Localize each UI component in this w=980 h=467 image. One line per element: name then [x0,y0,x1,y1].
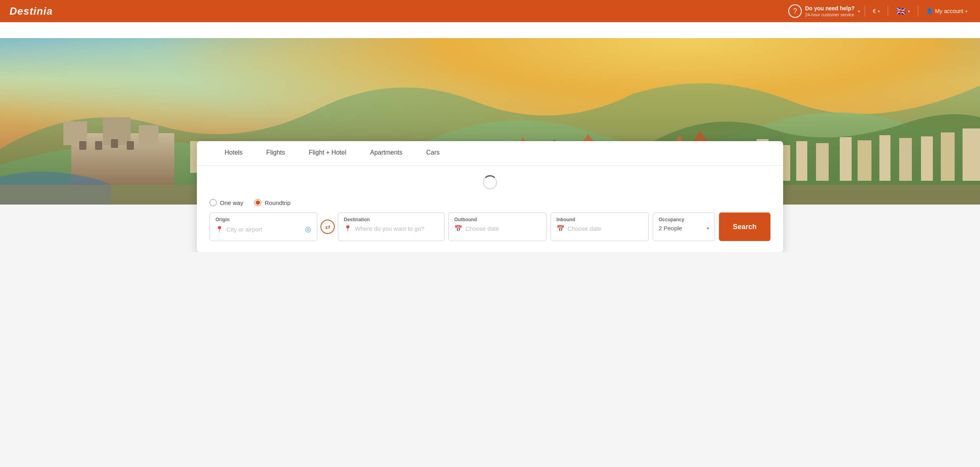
currency-selector[interactable]: € ▾ [870,6,883,16]
account-user-icon: 👤 [926,8,933,14]
tab-flights[interactable]: Flights [254,141,297,165]
occupancy-field-group: Occupancy 1 Person 2 People 3 People 4 P… [653,212,715,241]
tab-flight-hotel[interactable]: Flight + Hotel [297,141,358,165]
flag-icon: 🇬🇧 [896,6,906,16]
occupancy-chevron-icon: ▾ [707,226,709,231]
inbound-calendar-icon: 📅 [557,225,564,232]
destination-input-row: 📍 [344,225,439,232]
origin-label: Origin [215,217,311,222]
outbound-label: Outbound [454,217,541,222]
currency-symbol: € [873,8,876,14]
one-way-radio[interactable] [210,199,217,206]
search-card-wrapper: Hotels Flights Flight + Hotel Apartments… [0,141,980,252]
subnav-gap [0,22,980,38]
tab-hotels[interactable]: Hotels [213,141,254,165]
occupancy-label: Occupancy [659,217,709,222]
search-form: One way Roundtrip Origin 📍 ◎ [197,193,783,252]
roundtrip-label: Roundtrip [265,199,290,206]
destination-pin-icon: 📍 [344,225,352,232]
help-chevron-icon: ▾ [858,9,860,13]
loading-spinner [483,175,497,189]
one-way-option[interactable]: One way [210,199,243,206]
inbound-label: Inbound [557,217,643,222]
nav-right: ? Do you need help? 24-hour customer ser… [788,4,970,18]
roundtrip-radio[interactable] [254,199,261,206]
logo[interactable]: DDestiniaestinia [10,5,53,17]
locate-icon[interactable]: ◎ [305,225,311,234]
origin-field-group: Origin 📍 ◎ [210,212,317,241]
top-navigation: DDestiniaestinia ? Do you need help? 24-… [0,0,980,22]
location-pin-icon: 📍 [215,226,223,233]
origin-input-row: 📍 ◎ [215,225,311,234]
nav-divider-1 [865,6,865,17]
nav-divider-3 [918,6,918,17]
search-tabs: Hotels Flights Flight + Hotel Apartments… [197,141,783,166]
swap-button[interactable]: ⇄ [320,220,335,234]
language-chevron-icon: ▾ [908,9,910,13]
outbound-input-row: 📅 [454,225,541,232]
search-button[interactable]: Search [719,212,770,241]
language-selector[interactable]: 🇬🇧 ▾ [893,5,913,17]
account-menu[interactable]: 👤 My account ▾ [923,6,970,16]
trip-type-selector: One way Roundtrip [210,199,770,206]
origin-input[interactable] [227,226,302,233]
roundtrip-option[interactable]: Roundtrip [254,199,290,206]
occupancy-select[interactable]: 1 Person 2 People 3 People 4 People 5 Pe… [659,225,704,232]
help-text: Do you need help? 24-hour customer servi… [805,5,854,17]
outbound-field-group: Outbound 📅 [448,212,547,241]
tab-apartments[interactable]: Apartments [358,141,414,165]
currency-chevron-icon: ▾ [878,9,880,13]
destination-field-group: Destination 📍 [338,212,444,241]
inbound-date-input[interactable] [568,225,643,232]
outbound-date-input[interactable] [465,225,541,232]
account-label: My account [935,8,963,14]
help-icon: ? [788,4,802,18]
search-card: Hotels Flights Flight + Hotel Apartments… [197,141,783,252]
one-way-label: One way [220,199,243,206]
help-section[interactable]: ? Do you need help? 24-hour customer ser… [788,4,860,18]
tab-cars[interactable]: Cars [414,141,452,165]
loading-area [197,166,783,193]
search-fields-row: Origin 📍 ◎ ⇄ Destination 📍 [210,212,770,241]
occupancy-input-row: 1 Person 2 People 3 People 4 People 5 Pe… [659,225,709,232]
nav-divider-2 [888,6,888,17]
inbound-input-row: 📅 [557,225,643,232]
destination-label: Destination [344,217,439,222]
destination-input[interactable] [355,225,439,232]
account-chevron-icon: ▾ [965,9,967,13]
inbound-field-group: Inbound 📅 [551,212,649,241]
outbound-calendar-icon: 📅 [454,225,462,232]
